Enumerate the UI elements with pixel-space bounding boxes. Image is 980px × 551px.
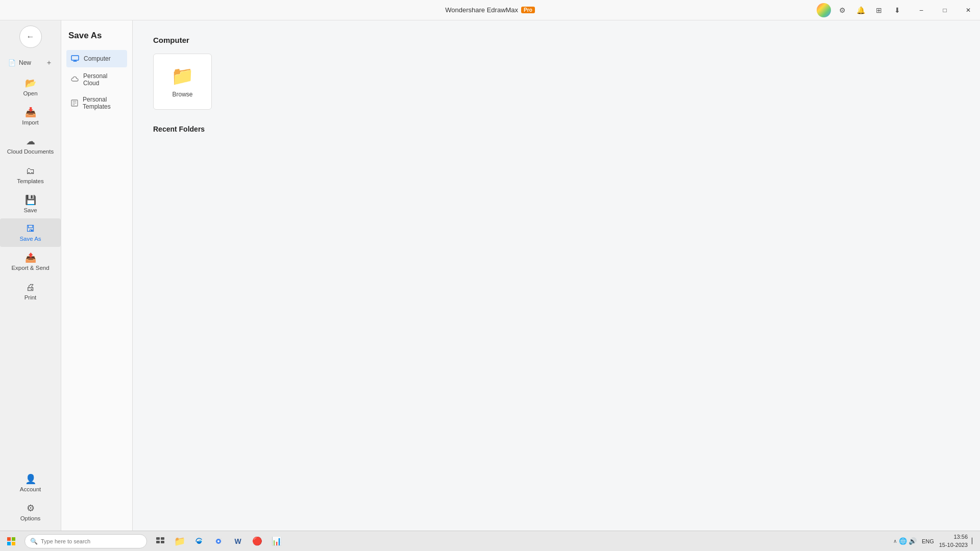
notification-icon[interactable]: 🔔 [853,3,868,17]
main-content: Computer 📁 Browse Recent Folders [133,20,980,531]
svg-rect-4 [7,542,11,545]
new-icon: 📄 [8,59,16,66]
minimize-button[interactable]: – [910,0,933,20]
sub-nav-personal-cloud[interactable]: Personal Cloud [66,68,127,91]
import-icon: 📥 [25,107,36,118]
grid-icon[interactable]: ⊞ [872,3,886,17]
save-as-icon: 🖫 [26,223,35,234]
svg-rect-7 [161,537,164,540]
svg-rect-3 [12,537,15,541]
clock-date: 15-10-2023 [939,541,968,549]
titlebar-title: Wondershare EdrawMax Pro [445,6,535,14]
titlebar-right-icons: ⚙ 🔔 ⊞ ⬇ [812,3,910,17]
sidebar-item-export-send[interactable]: 📤 Export & Send [0,247,61,277]
new-label: New [19,59,31,66]
account-icon: 👤 [25,473,36,485]
computer-label: Computer [84,55,111,62]
taskbar: 🔍 📁 W 🔴 [0,531,980,551]
panel-middle: Save As Computer Personal Cloud Personal… [61,20,133,531]
cloud-documents-label: Cloud Documents [7,148,54,156]
print-label: Print [24,294,37,300]
svg-rect-9 [161,541,164,543]
titlebar-controls: ⚙ 🔔 ⊞ ⬇ – □ ✕ [812,0,980,20]
export-send-label: Export & Send [11,265,49,272]
sidebar-item-account[interactable]: 👤 Account [0,468,61,497]
sidebar-item-print[interactable]: 🖨 Print [0,277,61,306]
open-label: Open [23,90,37,96]
folder-icon: 📁 [171,65,194,87]
svg-rect-2 [7,537,11,541]
edrawmax-button[interactable]: 📊 [267,532,286,550]
svg-rect-6 [156,537,160,540]
personal-cloud-icon [70,75,79,84]
svg-rect-8 [156,541,160,543]
taskbar-clock[interactable]: 13:56 15-10-2023 [937,532,970,550]
sys-icons: 🌐 🔊 [899,537,917,545]
save-label: Save [23,207,37,213]
file-explorer-button[interactable]: 📁 [170,532,189,550]
search-input[interactable] [41,538,133,544]
sidebar-item-save[interactable]: 💾 Save [0,189,61,218]
import-label: Import [22,119,39,126]
browse-label: Browse [172,91,192,98]
templates-icon: 🗂 [26,166,35,177]
sidebar-bottom: 👤 Account ⚙ Options [0,468,61,531]
download-icon[interactable]: ⬇ [890,3,904,17]
options-icon: ⚙ [27,503,35,514]
network-icon[interactable]: 🌐 [899,537,907,545]
svg-rect-5 [12,542,15,545]
titlebar: Wondershare EdrawMax Pro ⚙ 🔔 ⊞ ⬇ – □ ✕ [0,0,980,20]
sub-nav-personal-templates[interactable]: Personal Templates [66,92,127,114]
personal-cloud-label: Personal Cloud [83,72,123,87]
app5-button[interactable]: 🔴 [248,532,266,550]
print-icon: 🖨 [26,282,35,293]
chrome-button[interactable] [209,532,228,550]
sidebar-item-import[interactable]: 📥 Import [0,102,61,131]
task-view-button[interactable] [151,532,169,550]
taskbar-apps: 📁 W 🔴 📊 [151,532,286,550]
svg-rect-0 [71,56,79,60]
svg-point-11 [217,540,219,542]
pro-badge: Pro [521,7,535,13]
taskbar-right: ∧ 🌐 🔊 ENG 13:56 15-10-2023 ▏ [893,532,980,550]
close-button[interactable]: ✕ [957,0,980,20]
search-icon: 🔍 [30,538,38,545]
templates-label: Templates [17,178,43,184]
settings-icon[interactable]: ⚙ [835,3,849,17]
sidebar-item-templates[interactable]: 🗂 Templates [0,161,61,189]
app-name: Wondershare EdrawMax [445,6,518,14]
save-as-label: Save As [19,236,41,242]
system-tray-expand[interactable]: ∧ [893,538,897,544]
options-label: Options [20,515,41,521]
sidebar-narrow: ← 📄 New ＋ 📂 Open 📥 Import ☁ Cloud Docume… [0,20,61,531]
export-send-icon: 📤 [25,252,36,263]
language-indicator[interactable]: ENG [922,538,934,544]
taskbar-search-box[interactable]: 🔍 [24,534,147,548]
recent-folders-title: Recent Folders [153,125,960,133]
sidebar-item-save-as[interactable]: 🖫 Save As [0,218,61,247]
add-icon: ＋ [45,58,53,67]
restore-button[interactable]: □ [933,0,957,20]
edge-button[interactable] [190,532,208,550]
personal-templates-icon [70,98,79,108]
sidebar-item-cloud-documents[interactable]: ☁ Cloud Documents [0,131,61,161]
clock-time: 13:56 [939,533,968,541]
personal-templates-label: Personal Templates [83,96,123,110]
save-icon: 💾 [25,194,36,206]
volume-icon[interactable]: 🔊 [909,537,917,545]
panel-title: Save As [66,31,127,41]
account-label: Account [20,486,41,492]
back-button[interactable]: ← [19,26,42,48]
start-button[interactable] [0,531,22,552]
sub-nav-computer[interactable]: Computer [66,50,127,67]
sidebar-item-open[interactable]: 📂 Open [0,72,61,102]
sidebar-item-options[interactable]: ⚙ Options [0,497,61,527]
sidebar-item-new[interactable]: 📄 New ＋ [0,53,61,72]
browse-card[interactable]: 📁 Browse [153,54,212,110]
user-avatar[interactable] [817,3,831,17]
open-icon: 📂 [25,78,36,89]
computer-icon [70,54,80,63]
show-desktop-button[interactable]: ▏ [972,538,976,544]
word-button[interactable]: W [229,532,247,550]
cloud-documents-icon: ☁ [26,136,35,147]
